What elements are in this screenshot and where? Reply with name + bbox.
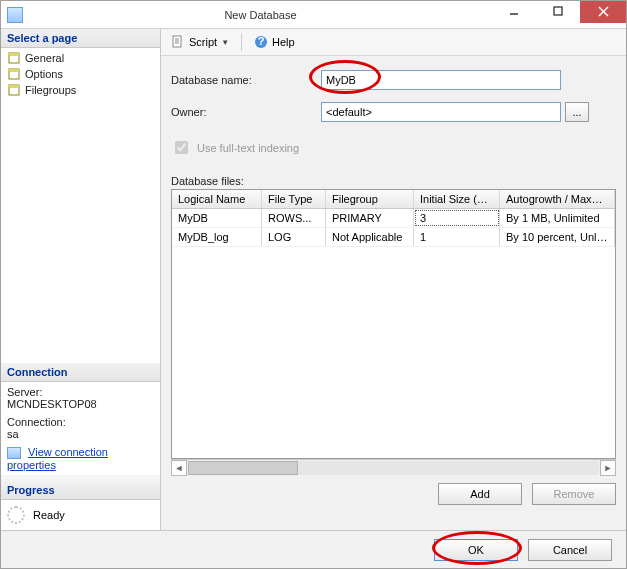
page-icon xyxy=(7,67,21,81)
scroll-left-arrow[interactable]: ◄ xyxy=(171,460,187,476)
titlebar: New Database xyxy=(1,1,626,29)
connection-value: sa xyxy=(7,428,154,440)
svg-text:?: ? xyxy=(258,35,265,47)
connection-icon xyxy=(7,447,21,459)
page-list: General Options Filegroups xyxy=(1,48,160,100)
scroll-right-arrow[interactable]: ► xyxy=(600,460,616,476)
connection-label: Connection: xyxy=(7,416,154,428)
grid-header: Logical Name File Type Filegroup Initial… xyxy=(172,190,615,209)
grid-cell[interactable]: By 10 percent, Unlimited xyxy=(500,228,615,246)
new-database-dialog: New Database Select a page General xyxy=(0,0,627,569)
grid-header-initial-size[interactable]: Initial Size (MB) xyxy=(414,190,500,208)
page-icon xyxy=(7,51,21,65)
ok-button[interactable]: OK xyxy=(434,539,518,561)
connection-header: Connection xyxy=(1,363,160,382)
scroll-track[interactable] xyxy=(188,461,599,475)
progress-spinner-icon xyxy=(7,506,25,524)
owner-row: Owner: ... xyxy=(171,102,616,122)
dbname-label: Database name: xyxy=(171,74,321,86)
owner-label: Owner: xyxy=(171,106,321,118)
help-label: Help xyxy=(272,36,295,48)
server-label: Server: xyxy=(7,386,154,398)
page-label: Options xyxy=(25,68,63,80)
toolbar: Script ▼ ? Help xyxy=(161,29,626,56)
grid-cell[interactable]: 1 xyxy=(414,228,500,246)
page-icon xyxy=(7,83,21,97)
dialog-footer: OK Cancel xyxy=(1,530,626,568)
grid-cell[interactable]: Not Applicable xyxy=(326,228,414,246)
view-connection-properties[interactable]: View connection properties xyxy=(7,446,154,471)
left-spacer xyxy=(1,100,160,363)
maximize-icon xyxy=(553,6,563,16)
left-pane: Select a page General Options Filegroups… xyxy=(1,29,161,530)
grid-cell[interactable]: MyDB_log xyxy=(172,228,262,246)
toolbar-divider xyxy=(241,33,242,51)
dialog-body: Select a page General Options Filegroups… xyxy=(1,29,626,530)
help-icon: ? xyxy=(254,35,268,49)
grid-buttons: Add Remove xyxy=(171,483,616,505)
dbname-input[interactable] xyxy=(321,70,561,90)
page-item-general[interactable]: General xyxy=(1,50,160,66)
grid-header-filegroup[interactable]: Filegroup xyxy=(326,190,414,208)
grid-cell[interactable]: By 1 MB, Unlimited xyxy=(500,209,615,227)
view-connection-link[interactable]: View connection properties xyxy=(7,446,108,471)
help-button[interactable]: ? Help xyxy=(254,35,295,49)
grid-row[interactable]: MyDB_log LOG Not Applicable 1 By 10 perc… xyxy=(172,228,615,247)
grid-header-file-type[interactable]: File Type xyxy=(262,190,326,208)
grid-cell[interactable]: ROWS... xyxy=(262,209,326,227)
right-pane: Script ▼ ? Help Database name: Owner: ..… xyxy=(161,29,626,530)
grid-cell[interactable]: MyDB xyxy=(172,209,262,227)
svg-rect-7 xyxy=(9,69,19,72)
window-title: New Database xyxy=(29,9,492,21)
script-button[interactable]: Script ▼ xyxy=(171,35,229,49)
page-item-filegroups[interactable]: Filegroups xyxy=(1,82,160,98)
grid-header-autogrowth[interactable]: Autogrowth / Maxsize xyxy=(500,190,615,208)
svg-rect-5 xyxy=(9,53,19,56)
script-icon xyxy=(171,35,185,49)
progress-status: Ready xyxy=(33,509,65,521)
app-icon xyxy=(7,7,23,23)
server-value: MCNDESKTOP08 xyxy=(7,398,154,410)
scroll-thumb[interactable] xyxy=(188,461,298,475)
fulltext-checkbox xyxy=(175,141,188,154)
progress-header: Progress xyxy=(1,481,160,500)
grid-header-logical-name[interactable]: Logical Name xyxy=(172,190,262,208)
chevron-down-icon: ▼ xyxy=(221,38,229,47)
svg-rect-9 xyxy=(9,85,19,88)
database-files-grid[interactable]: Logical Name File Type Filegroup Initial… xyxy=(171,189,616,459)
fulltext-label: Use full-text indexing xyxy=(197,142,299,154)
close-icon xyxy=(598,6,609,17)
page-label: General xyxy=(25,52,64,64)
close-button[interactable] xyxy=(580,1,626,23)
window-buttons xyxy=(492,7,626,23)
cancel-button[interactable]: Cancel xyxy=(528,539,612,561)
grid-cell[interactable]: PRIMARY xyxy=(326,209,414,227)
connection-panel: Server: MCNDESKTOP08 Connection: sa View… xyxy=(1,382,160,475)
owner-input[interactable] xyxy=(321,102,561,122)
grid-cell[interactable]: LOG xyxy=(262,228,326,246)
grid-row[interactable]: MyDB ROWS... PRIMARY 3 By 1 MB, Unlimite… xyxy=(172,209,615,228)
progress-panel: Ready xyxy=(1,500,160,530)
page-label: Filegroups xyxy=(25,84,76,96)
grid-cell[interactable]: 3 xyxy=(414,209,500,227)
maximize-button[interactable] xyxy=(536,1,580,21)
minimize-button[interactable] xyxy=(492,1,536,21)
remove-button: Remove xyxy=(532,483,616,505)
dbname-row: Database name: xyxy=(171,70,616,90)
add-button[interactable]: Add xyxy=(438,483,522,505)
minimize-icon xyxy=(509,6,519,16)
files-label: Database files: xyxy=(171,175,616,187)
fulltext-row: Use full-text indexing xyxy=(171,138,616,157)
select-page-header: Select a page xyxy=(1,29,160,48)
script-label: Script xyxy=(189,36,217,48)
owner-browse-button[interactable]: ... xyxy=(565,102,589,122)
svg-rect-1 xyxy=(554,7,562,15)
page-item-options[interactable]: Options xyxy=(1,66,160,82)
grid-horizontal-scrollbar[interactable]: ◄ ► xyxy=(171,459,616,475)
